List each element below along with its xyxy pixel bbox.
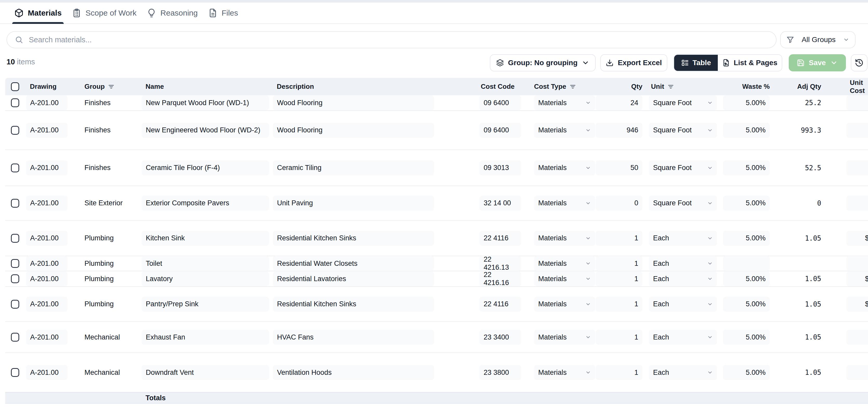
cell-name[interactable]: Pantry/Prep Sink (142, 297, 269, 312)
cell-cost-type-dropdown[interactable]: Materials (534, 95, 595, 110)
cell-cost-code[interactable]: 09 3013 (479, 161, 521, 175)
cell-description[interactable]: HVAC Fans (273, 330, 434, 345)
cell-cost-code[interactable]: 22 4116 (479, 297, 521, 312)
cell-waste-percent[interactable] (723, 256, 770, 271)
row-checkbox[interactable] (11, 199, 19, 208)
cell-cost-type-dropdown[interactable]: Materials (534, 161, 595, 175)
cell-drawing[interactable]: A-201.00 (26, 330, 68, 345)
save-button[interactable]: Save (789, 54, 846, 71)
cell-cost-type-dropdown[interactable]: Materials (534, 365, 595, 380)
cell-unit-cost[interactable]: $2.00 (846, 196, 868, 211)
cell-description[interactable]: Residential Kitchen Sinks (273, 231, 434, 246)
cell-unit-dropdown[interactable]: Each (649, 297, 717, 312)
view-list-pages-button[interactable]: List & Pages (718, 55, 782, 71)
cell-drawing[interactable]: A-201.00 (26, 161, 68, 175)
cell-unit-dropdown[interactable]: Each (649, 256, 717, 271)
cell-description[interactable]: Ventilation Hoods (273, 365, 434, 380)
cell-cost-type-dropdown[interactable]: Materials (534, 231, 595, 246)
cell-unit-cost[interactable]: $3.00 (846, 123, 868, 138)
cell-cost-type-dropdown[interactable]: Materials (534, 256, 595, 271)
row-checkbox[interactable] (11, 126, 19, 135)
tab-materials[interactable]: Materials (14, 3, 62, 23)
row-checkbox[interactable] (11, 164, 19, 172)
cell-cost-code[interactable]: 22 4216.13 (479, 256, 521, 271)
cell-qty[interactable]: 50 (596, 161, 643, 175)
tab-reasoning[interactable]: Reasoning (147, 3, 197, 23)
cell-cost-code[interactable]: 09 6400 (479, 123, 521, 138)
cell-unit-cost[interactable] (846, 256, 868, 271)
view-table-button[interactable]: Table (674, 55, 718, 71)
cell-name[interactable]: Toilet (142, 256, 269, 271)
row-checkbox[interactable] (11, 98, 19, 107)
cell-drawing[interactable]: A-201.00 (26, 256, 68, 271)
row-checkbox[interactable] (11, 300, 19, 309)
row-checkbox[interactable] (11, 259, 19, 268)
cell-drawing[interactable]: A-201.00 (26, 95, 68, 110)
cell-waste-percent[interactable]: 5.00% (723, 95, 770, 110)
cell-qty[interactable]: 946 (596, 123, 643, 138)
cell-qty[interactable]: 24 (596, 95, 643, 110)
cell-cost-code[interactable]: 32 14 00 (479, 196, 521, 211)
cell-name[interactable]: Ceramic Tile Floor (F-4) (142, 161, 269, 175)
search-input[interactable]: Search materials... (6, 31, 777, 48)
cell-qty[interactable]: 1 (596, 271, 643, 286)
cell-waste-percent[interactable]: 5.00% (723, 365, 770, 380)
export-excel-button[interactable]: Export Excel (600, 54, 668, 71)
cell-unit-dropdown[interactable]: Each (649, 365, 717, 380)
cell-unit-cost[interactable]: $200.00 (846, 271, 868, 286)
cell-cost-type-dropdown[interactable]: Materials (534, 271, 595, 286)
cell-waste-percent[interactable]: 5.00% (723, 271, 770, 286)
cell-cost-type-dropdown[interactable]: Materials (534, 297, 595, 312)
cell-waste-percent[interactable]: 5.00% (723, 330, 770, 345)
cell-unit-dropdown[interactable]: Each (649, 231, 717, 246)
cell-unit-cost[interactable]: $50.00 (846, 330, 868, 345)
cell-qty[interactable]: 1 (596, 365, 643, 380)
cell-unit-cost[interactable]: $2.00 (846, 95, 868, 110)
filter-icon[interactable] (108, 83, 115, 90)
cell-name[interactable]: Lavatory (142, 271, 269, 286)
cell-drawing[interactable]: A-201.00 (26, 297, 68, 312)
tab-scope-of-work[interactable]: Scope of Work (72, 3, 136, 23)
select-all-checkbox[interactable] (11, 82, 19, 91)
cell-description[interactable]: Wood Flooring (273, 123, 434, 138)
cell-unit-cost[interactable]: $150.00 (846, 297, 868, 312)
cell-unit-cost[interactable]: $150.00 (846, 231, 868, 246)
cell-description[interactable]: Ceramic Tiling (273, 161, 434, 175)
cell-description[interactable]: Residential Kitchen Sinks (273, 297, 434, 312)
filter-icon[interactable] (569, 83, 576, 90)
cell-cost-type-dropdown[interactable]: Materials (534, 330, 595, 345)
cell-description[interactable]: Wood Flooring (273, 95, 434, 110)
cell-unit-cost[interactable]: $5.00 (846, 365, 868, 380)
cell-name[interactable]: Exhaust Fan (142, 330, 269, 345)
filter-icon[interactable] (668, 83, 674, 90)
cell-unit-dropdown[interactable]: Square Foot (649, 95, 717, 110)
cell-cost-type-dropdown[interactable]: Materials (534, 196, 595, 211)
cell-cost-type-dropdown[interactable]: Materials (534, 123, 595, 138)
cell-unit-dropdown[interactable]: Each (649, 271, 717, 286)
cell-name[interactable]: New Parquet Wood Floor (WD-1) (142, 95, 269, 110)
row-checkbox[interactable] (11, 274, 19, 283)
cell-description[interactable]: Unit Paving (273, 196, 434, 211)
cell-name[interactable]: Exterior Composite Pavers (142, 196, 269, 211)
cell-drawing[interactable]: A-201.00 (26, 123, 68, 138)
tab-files[interactable]: Files (208, 3, 238, 23)
cell-waste-percent[interactable]: 5.00% (723, 196, 770, 211)
cell-unit-dropdown[interactable]: Square Foot (649, 123, 717, 138)
cell-waste-percent[interactable]: 5.00% (723, 161, 770, 175)
cell-waste-percent[interactable]: 5.00% (723, 231, 770, 246)
cell-qty[interactable]: 0 (596, 196, 643, 211)
cell-description[interactable]: Residential Water Closets (273, 256, 434, 271)
cell-drawing[interactable]: A-201.00 (26, 365, 68, 380)
cell-qty[interactable]: 1 (596, 330, 643, 345)
cell-waste-percent[interactable]: 5.00% (723, 123, 770, 138)
cell-unit-cost[interactable]: $5.00 (846, 161, 868, 175)
cell-cost-code[interactable]: 09 6400 (479, 95, 521, 110)
cell-cost-code[interactable]: 22 4116 (479, 231, 521, 246)
row-checkbox[interactable] (11, 234, 19, 243)
cell-qty[interactable]: 1 (596, 231, 643, 246)
cell-unit-dropdown[interactable]: Square Foot (649, 196, 717, 211)
cell-cost-code[interactable]: 22 4216.16 (479, 271, 521, 286)
cell-unit-dropdown[interactable]: Square Foot (649, 161, 717, 175)
cell-drawing[interactable]: A-201.00 (26, 231, 68, 246)
cell-cost-code[interactable]: 23 3400 (479, 330, 521, 345)
